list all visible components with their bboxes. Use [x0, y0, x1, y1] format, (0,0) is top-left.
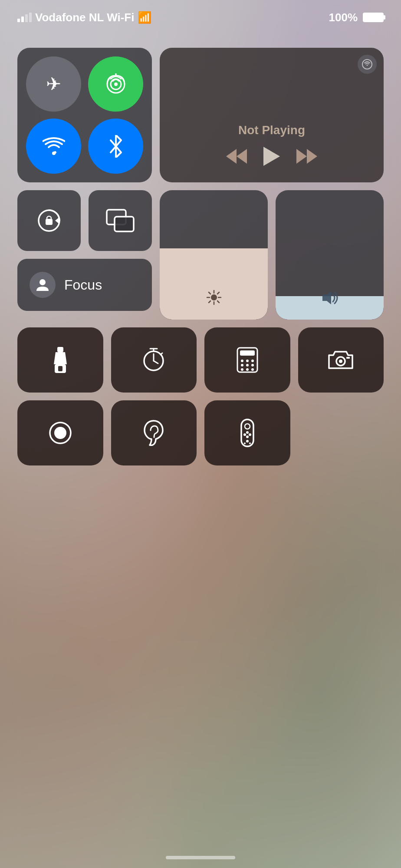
- status-right: 100%: [329, 11, 384, 24]
- calculator-icon: [237, 347, 258, 373]
- airplay-button[interactable]: [358, 55, 377, 74]
- screen-record-icon: [48, 421, 72, 445]
- brightness-slider[interactable]: [160, 190, 268, 320]
- svg-point-55: [245, 424, 250, 429]
- carrier-label: Vodafone NL Wi-Fi: [35, 11, 134, 24]
- svg-point-18: [39, 279, 46, 285]
- svg-point-44: [246, 364, 249, 366]
- bluetooth-icon: [108, 135, 124, 158]
- cellular-icon: [105, 73, 127, 95]
- svg-point-56: [246, 431, 249, 434]
- signal-bar-2: [21, 17, 24, 22]
- svg-line-37: [161, 353, 162, 355]
- rewind-icon: [226, 148, 247, 165]
- airplay-icon: [362, 59, 373, 70]
- svg-marker-9: [263, 147, 280, 166]
- svg-point-57: [246, 436, 249, 438]
- small-row-top: [17, 190, 152, 251]
- focus-button[interactable]: Focus: [17, 259, 152, 311]
- svg-point-60: [246, 440, 249, 442]
- svg-line-24: [209, 292, 210, 294]
- svg-line-25: [217, 301, 219, 303]
- volume-icon: [322, 290, 338, 309]
- svg-point-6: [367, 65, 368, 66]
- battery-icon: [363, 13, 384, 22]
- fast-forward-icon: [296, 148, 317, 165]
- svg-line-34: [154, 361, 158, 363]
- svg-rect-17: [115, 217, 134, 231]
- play-button[interactable]: [263, 146, 281, 167]
- svg-point-46: [241, 368, 243, 371]
- svg-point-58: [243, 433, 246, 436]
- rewind-button[interactable]: [226, 148, 247, 165]
- svg-point-59: [249, 433, 251, 436]
- status-bar: Vodafone NL Wi-Fi 📶 100%: [0, 0, 401, 35]
- row-1: ✈: [17, 48, 384, 182]
- wifi-button[interactable]: [26, 119, 81, 174]
- connectivity-block: ✈: [17, 48, 152, 182]
- battery-container: [363, 13, 384, 22]
- cellular-button[interactable]: [88, 56, 143, 112]
- flashlight-button[interactable]: [17, 327, 103, 393]
- home-indicator[interactable]: [166, 856, 235, 859]
- svg-point-45: [251, 364, 254, 366]
- screen-record-button[interactable]: [17, 400, 103, 465]
- signal-bar-1: [17, 19, 20, 22]
- svg-line-27: [209, 301, 210, 303]
- calculator-button[interactable]: [204, 327, 290, 393]
- screen-mirror-button[interactable]: [89, 190, 152, 251]
- svg-point-4: [52, 152, 56, 155]
- wifi-status-icon: 📶: [138, 11, 151, 24]
- svg-marker-10: [296, 149, 307, 164]
- signal-bars: [17, 13, 32, 22]
- media-controls: [168, 146, 375, 167]
- svg-rect-51: [346, 357, 350, 359]
- svg-point-47: [246, 368, 249, 371]
- quick-row-1: [17, 327, 384, 393]
- svg-line-26: [217, 292, 219, 294]
- svg-rect-14: [46, 219, 53, 225]
- hearing-button[interactable]: [111, 400, 197, 465]
- camera-button[interactable]: [298, 327, 384, 393]
- volume-slider[interactable]: [276, 190, 384, 320]
- timer-button[interactable]: [111, 327, 197, 393]
- svg-point-41: [246, 360, 249, 362]
- svg-marker-11: [307, 149, 317, 164]
- control-center: ✈: [17, 48, 384, 465]
- camera-icon: [327, 349, 354, 371]
- svg-point-2: [114, 83, 118, 86]
- small-blocks: Focus: [17, 190, 152, 320]
- wifi-icon: [43, 137, 65, 156]
- airplane-mode-button[interactable]: ✈: [26, 56, 81, 112]
- svg-point-61: [244, 442, 246, 444]
- screen-mirror-icon: [106, 209, 135, 232]
- media-block: Not Playing: [160, 48, 384, 182]
- not-playing-label: Not Playing: [168, 123, 375, 137]
- empty-slot: [298, 400, 384, 465]
- bluetooth-button[interactable]: [88, 119, 143, 174]
- svg-point-48: [251, 368, 254, 371]
- airplane-icon: ✈: [46, 73, 61, 95]
- fast-forward-button[interactable]: [296, 148, 317, 165]
- svg-marker-8: [226, 149, 237, 164]
- rotation-lock-icon: [36, 208, 62, 234]
- play-icon: [263, 146, 281, 167]
- svg-point-40: [241, 360, 243, 362]
- focus-label: Focus: [64, 277, 102, 293]
- rotation-lock-button[interactable]: [17, 190, 81, 251]
- svg-rect-39: [240, 350, 255, 356]
- apple-tv-remote-button[interactable]: [204, 400, 290, 465]
- svg-point-62: [249, 442, 251, 444]
- svg-point-53: [54, 427, 66, 439]
- svg-point-42: [251, 360, 254, 362]
- battery-percent: 100%: [329, 11, 358, 24]
- remote-icon: [240, 419, 254, 447]
- status-left: Vodafone NL Wi-Fi 📶: [17, 11, 151, 24]
- svg-rect-31: [58, 366, 62, 371]
- svg-point-43: [241, 364, 243, 366]
- focus-icon: [30, 272, 56, 298]
- svg-marker-28: [322, 291, 331, 304]
- timer-icon: [141, 348, 166, 372]
- quick-row-2: [17, 400, 384, 465]
- hearing-icon: [144, 420, 164, 446]
